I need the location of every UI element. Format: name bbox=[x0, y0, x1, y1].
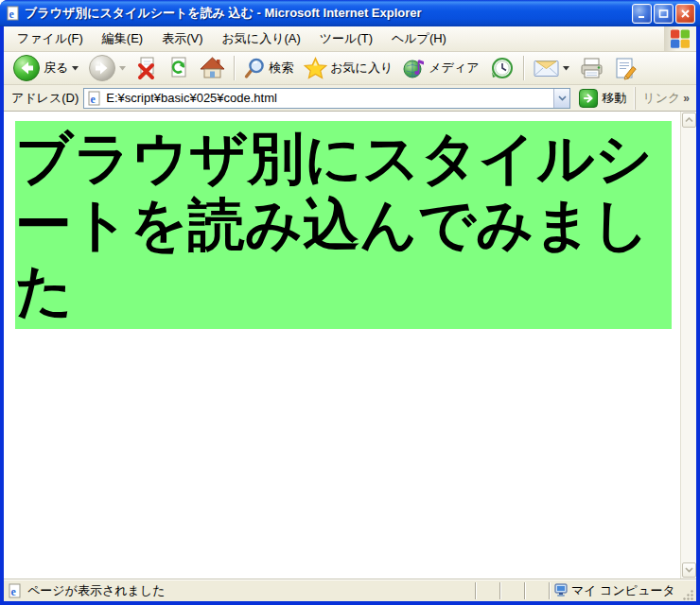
forward-button[interactable] bbox=[83, 53, 131, 83]
media-icon bbox=[403, 57, 426, 79]
close-button[interactable] bbox=[675, 4, 695, 24]
forward-dropdown-icon bbox=[119, 66, 126, 71]
menu-bar: ファイル(F) 編集(E) 表示(V) お気に入り(A) ツール(T) ヘルプ(… bbox=[4, 26, 696, 52]
favorites-button[interactable]: お気に入り bbox=[299, 56, 398, 80]
chevron-up-icon bbox=[685, 117, 693, 123]
minimize-button[interactable] bbox=[632, 4, 652, 24]
ie-page-icon: e bbox=[8, 583, 23, 598]
go-button[interactable]: 移動 bbox=[575, 89, 630, 108]
back-button[interactable]: 戻る bbox=[8, 53, 83, 83]
page-viewport: ブラウザ別にスタイルシートを読み込んでみました bbox=[4, 112, 696, 579]
svg-text:e: e bbox=[91, 92, 96, 105]
resize-grip-dots bbox=[682, 589, 694, 601]
address-dropdown-button[interactable] bbox=[553, 89, 569, 108]
search-label: 検索 bbox=[269, 60, 294, 77]
ie-page-icon: e bbox=[87, 91, 102, 106]
page-heading: ブラウザ別にスタイルシートを読み込んでみました bbox=[15, 121, 672, 329]
scroll-up-button[interactable] bbox=[682, 112, 696, 128]
media-label: メディア bbox=[429, 60, 480, 77]
stop-button[interactable] bbox=[131, 55, 163, 82]
media-button[interactable]: メディア bbox=[398, 56, 484, 80]
mail-dropdown-icon bbox=[563, 66, 569, 71]
scroll-down-button[interactable] bbox=[682, 562, 696, 578]
vertical-scrollbar[interactable] bbox=[680, 112, 696, 579]
resize-grip[interactable] bbox=[681, 579, 694, 601]
status-message: ページが表示されました bbox=[27, 582, 475, 599]
menu-tools[interactable]: ツール(T) bbox=[310, 26, 382, 52]
history-icon bbox=[489, 56, 515, 80]
home-icon bbox=[200, 56, 225, 80]
toolbar-separator bbox=[523, 56, 525, 80]
windows-logo bbox=[664, 26, 696, 51]
search-button[interactable]: 検索 bbox=[239, 57, 299, 80]
windows-flag-icon bbox=[670, 28, 691, 49]
print-button[interactable] bbox=[574, 56, 609, 80]
chevron-down-icon bbox=[685, 567, 693, 573]
home-button[interactable] bbox=[195, 55, 230, 81]
menu-edit[interactable]: 編集(E) bbox=[93, 26, 152, 52]
window-title: ブラウザ別にスタイルシートを読み 込む - Microsoft Internet… bbox=[25, 5, 632, 22]
svg-text:e: e bbox=[11, 584, 17, 597]
toolbar: 戻る bbox=[4, 52, 696, 85]
status-pane bbox=[526, 579, 549, 601]
back-icon bbox=[12, 54, 41, 82]
my-computer-icon bbox=[554, 583, 568, 597]
refresh-icon bbox=[167, 56, 190, 81]
forward-icon bbox=[88, 54, 116, 82]
stop-icon bbox=[135, 56, 158, 81]
security-zone: マイ コンピュータ bbox=[551, 579, 681, 601]
toolbar-overflow-chevron[interactable]: » bbox=[683, 92, 690, 105]
minimize-icon bbox=[637, 9, 647, 19]
print-icon bbox=[579, 57, 604, 79]
title-bar[interactable]: e ブラウザ別にスタイルシートを読み 込む - Microsoft Intern… bbox=[0, 0, 700, 26]
maximize-icon bbox=[658, 9, 669, 19]
browser-window: e ブラウザ別にスタイルシートを読み 込む - Microsoft Intern… bbox=[0, 0, 700, 605]
mail-button[interactable] bbox=[529, 58, 574, 78]
maximize-button[interactable] bbox=[654, 4, 674, 24]
status-pane bbox=[501, 579, 524, 601]
close-icon bbox=[680, 9, 691, 19]
address-label: アドレス(D) bbox=[11, 90, 79, 107]
refresh-button[interactable] bbox=[163, 55, 195, 82]
edit-icon bbox=[614, 57, 638, 80]
menu-file[interactable]: ファイル(F) bbox=[8, 26, 93, 52]
search-icon bbox=[244, 58, 266, 79]
ie-document-icon: e bbox=[6, 6, 21, 21]
status-bar: e ページが表示されました マイ コンピュータ bbox=[4, 579, 696, 601]
mail-icon bbox=[534, 59, 560, 78]
zone-label: マイ コンピュータ bbox=[571, 582, 675, 599]
address-input[interactable]: e E:¥script¥basic¥025¥code.html bbox=[83, 88, 570, 109]
menu-favorites[interactable]: お気に入り(A) bbox=[213, 26, 310, 52]
favorites-label: お気に入り bbox=[330, 60, 394, 77]
toolbar-separator bbox=[234, 56, 236, 80]
favorites-star-icon bbox=[304, 57, 327, 79]
back-label: 戻る bbox=[44, 60, 69, 77]
back-dropdown-icon bbox=[72, 66, 79, 71]
go-label: 移動 bbox=[602, 90, 626, 107]
go-arrow-icon bbox=[579, 89, 598, 108]
menu-help[interactable]: ヘルプ(H) bbox=[382, 26, 456, 52]
status-pane bbox=[477, 579, 499, 601]
address-value: E:¥script¥basic¥025¥code.html bbox=[106, 91, 553, 105]
edit-button[interactable] bbox=[609, 56, 642, 81]
svg-text:e: e bbox=[9, 8, 15, 21]
address-bar: アドレス(D) e E:¥script¥basic¥025¥code.html … bbox=[4, 85, 696, 112]
history-button[interactable] bbox=[484, 55, 519, 81]
links-toolbar[interactable]: リンク » bbox=[635, 87, 693, 110]
menu-view[interactable]: 表示(V) bbox=[152, 26, 212, 52]
links-label: リンク bbox=[642, 90, 680, 107]
chevron-down-icon bbox=[558, 95, 567, 101]
